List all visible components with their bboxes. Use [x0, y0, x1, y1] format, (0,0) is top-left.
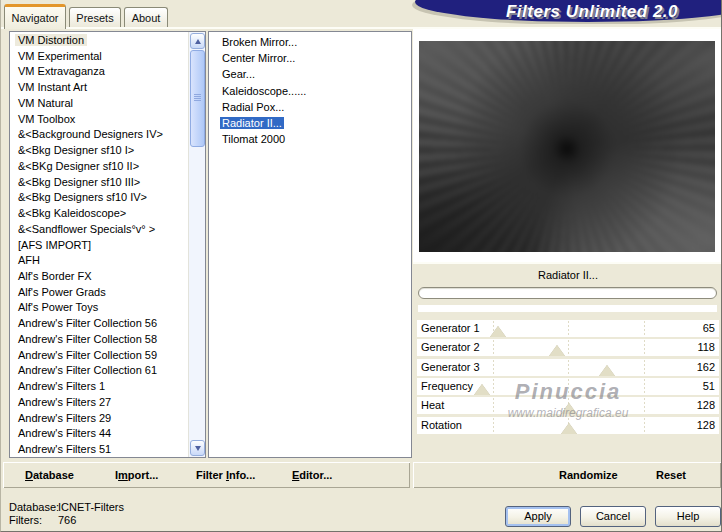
- slider-thumb[interactable]: [474, 384, 490, 395]
- category-item[interactable]: Andrew's Filters 1: [10, 379, 205, 395]
- filter-item-label: Broken Mirror...: [220, 36, 299, 48]
- reset-button[interactable]: Reset: [656, 462, 686, 488]
- category-item[interactable]: &<Bkg Designer sf10 I>: [10, 143, 205, 159]
- slider-value: 162: [697, 359, 715, 376]
- category-item[interactable]: Alf's Power Grads: [10, 285, 205, 301]
- category-item[interactable]: &<BKg Designer sf10 II>: [10, 159, 205, 175]
- category-item[interactable]: Andrew's Filter Collection 61: [10, 363, 205, 379]
- slider-thumb[interactable]: [561, 403, 577, 414]
- filter-item-label: Tilomat 2000: [220, 133, 287, 145]
- category-item[interactable]: VM Experimental: [10, 49, 205, 65]
- filter-item[interactable]: Kaleidoscope......: [209, 83, 411, 99]
- randomize-button[interactable]: Randomize: [559, 462, 618, 488]
- category-item[interactable]: Andrew's Filters 51: [10, 442, 205, 458]
- category-item[interactable]: Alf's Power Toys: [10, 300, 205, 316]
- category-item[interactable]: Andrew's Filters 29: [10, 411, 205, 427]
- category-item[interactable]: VM Toolbox: [10, 112, 205, 128]
- status-filters-value: 766: [58, 514, 76, 526]
- category-item-label: &<BKg Designer sf10 II>: [15, 160, 142, 172]
- category-item-label: VM Instant Art: [15, 81, 90, 93]
- category-item-label: Andrew's Filter Collection 56: [15, 317, 160, 329]
- filter-item[interactable]: Radiator II...: [209, 115, 411, 131]
- filter-item[interactable]: Center Mirror...: [209, 50, 411, 66]
- filter-item-label-selected: Radiator II...: [220, 117, 284, 129]
- category-item[interactable]: Andrew's Filters 27: [10, 395, 205, 411]
- tab-about[interactable]: About: [124, 7, 168, 28]
- slider-thumb[interactable]: [490, 326, 506, 337]
- chevron-down-icon: [195, 446, 201, 451]
- category-item[interactable]: VM Distortion: [10, 33, 205, 49]
- category-item-label: &<Sandflower Specials°v° >: [15, 223, 158, 235]
- filter-item-label: Gear...: [220, 68, 257, 80]
- slider-generator-2[interactable]: Generator 2118: [417, 339, 719, 356]
- category-listbox[interactable]: VM DistortionVM ExperimentalVM Extravaga…: [9, 31, 206, 458]
- category-item-label: Andrew's Filters 51: [15, 443, 114, 455]
- tab-page-top-edge: [1, 27, 722, 29]
- filter-item[interactable]: Tilomat 2000: [209, 131, 411, 147]
- filter-item[interactable]: Gear...: [209, 66, 411, 82]
- toolbar-left: DatabaseImport...Filter Info...Editor...: [3, 462, 410, 488]
- category-item[interactable]: VM Natural: [10, 96, 205, 112]
- filter-list: Broken Mirror...Center Mirror...Gear...K…: [209, 32, 411, 147]
- database-button[interactable]: Database: [25, 462, 74, 488]
- filter-info-button[interactable]: Filter Info...: [196, 462, 255, 488]
- filter-listbox[interactable]: Broken Mirror...Center Mirror...Gear...K…: [208, 31, 412, 458]
- tab-navigator[interactable]: Navigator: [4, 4, 66, 29]
- category-item[interactable]: &<Bkg Designers sf10 IV>: [10, 190, 205, 206]
- category-item[interactable]: Andrew's Filters 44: [10, 426, 205, 442]
- category-item[interactable]: &<Bkg Kaleidoscope>: [10, 206, 205, 222]
- cancel-button[interactable]: Cancel: [580, 506, 646, 527]
- category-item-label: VM Distortion: [15, 34, 87, 46]
- slider-generator-1[interactable]: Generator 165: [417, 320, 719, 337]
- slider-tick: [568, 379, 569, 394]
- slider-rotation[interactable]: Rotation128: [417, 417, 719, 434]
- editor-button[interactable]: Editor...: [292, 462, 332, 488]
- category-item-label: VM Toolbox: [15, 113, 78, 125]
- slider-label: Generator 3: [421, 359, 480, 376]
- blank-strip: [418, 305, 717, 312]
- apply-button[interactable]: Apply: [505, 506, 571, 527]
- category-item[interactable]: &<Background Designers IV>: [10, 127, 205, 143]
- selected-filter-title: Radiator II...: [413, 269, 722, 281]
- category-item[interactable]: &<Sandflower Specials°v° >: [10, 222, 205, 238]
- slider-thumb[interactable]: [549, 345, 565, 356]
- slider-label: Generator 1: [421, 320, 480, 337]
- slider-generator-3[interactable]: Generator 3162: [417, 359, 719, 376]
- category-scrollbar[interactable]: [188, 32, 205, 457]
- category-item-label: Andrew's Filter Collection 58: [15, 333, 160, 345]
- title-banner: Filters Unlimited 2.0: [399, 0, 722, 24]
- slider-thumb[interactable]: [599, 365, 615, 376]
- category-item-label: [AFS IMPORT]: [15, 239, 94, 251]
- category-item-label: &<Background Designers IV>: [15, 128, 166, 140]
- filter-item[interactable]: Radial Pox...: [209, 99, 411, 115]
- scroll-up-button[interactable]: [190, 33, 205, 49]
- slider-tick: [568, 340, 569, 355]
- scroll-down-button[interactable]: [190, 440, 205, 456]
- banner-title: Filters Unlimited 2.0: [467, 2, 717, 22]
- category-item[interactable]: Andrew's Filter Collection 56: [10, 316, 205, 332]
- category-item[interactable]: Andrew's Filter Collection 58: [10, 332, 205, 348]
- slider-heat[interactable]: Heat128: [417, 397, 719, 414]
- tab-presets[interactable]: Presets: [69, 7, 121, 28]
- slider-tick: [644, 418, 645, 433]
- scrollbar-thumb[interactable]: [190, 50, 205, 147]
- category-item[interactable]: VM Extravaganza: [10, 64, 205, 80]
- category-item-label: &<Bkg Designer sf10 I>: [15, 144, 137, 156]
- slider-tick: [568, 321, 569, 336]
- category-item[interactable]: VM Instant Art: [10, 80, 205, 96]
- slider-thumb[interactable]: [561, 423, 577, 434]
- slider-tick: [644, 360, 645, 375]
- category-item[interactable]: Andrew's Filter Collection 59: [10, 348, 205, 364]
- filter-item[interactable]: Broken Mirror...: [209, 34, 411, 50]
- category-item[interactable]: Alf's Border FX: [10, 269, 205, 285]
- slider-frequency[interactable]: Frequency51: [417, 378, 719, 395]
- slider-value: 128: [697, 397, 715, 414]
- preview-swirl-art: [419, 41, 715, 252]
- category-item-label: &<Bkg Kaleidoscope>: [15, 207, 129, 219]
- help-button[interactable]: Help: [655, 506, 721, 527]
- category-item[interactable]: [AFS IMPORT]: [10, 238, 205, 254]
- category-item[interactable]: &<Bkg Designer sf10 III>: [10, 175, 205, 191]
- category-item[interactable]: AFH: [10, 253, 205, 269]
- slider-tick: [493, 398, 494, 413]
- import-button[interactable]: Import...: [115, 462, 158, 488]
